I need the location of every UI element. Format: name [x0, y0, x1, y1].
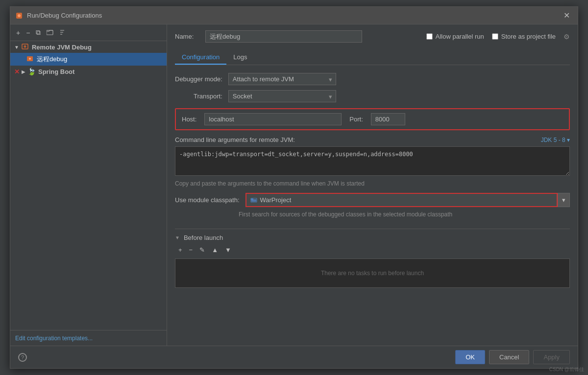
svg-rect-2 — [47, 30, 53, 35]
spring-boot-error-icon: ✕ — [14, 68, 20, 75]
debugger-mode-select[interactable]: Attach to remote JVM — [228, 73, 336, 85]
run-debug-dialog: Run/Debug Configurations ✕ + − ⧉ ▼ — [10, 6, 578, 369]
checkbox-group: Allow parallel run Store as project file… — [368, 33, 570, 41]
allow-parallel-checkbox-label[interactable]: Allow parallel run — [426, 33, 484, 40]
collapse-arrow[interactable]: ▼ — [175, 235, 180, 240]
name-input[interactable] — [205, 30, 362, 43]
remote-jvm-label: Remote JVM Debug — [32, 44, 92, 51]
folder-config-button[interactable] — [45, 28, 55, 38]
help-button[interactable]: ? — [18, 353, 27, 362]
apply-button[interactable]: Apply — [533, 350, 570, 364]
gear-icon[interactable]: ⚙ — [564, 33, 570, 41]
spring-boot-icon: 🍃 — [27, 68, 35, 75]
bl-up-button[interactable]: ▲ — [209, 245, 220, 255]
watermark: CSDN @前锋佳 — [549, 366, 584, 373]
config-grid: Debugger mode: Attach to remote JVM Tran… — [175, 73, 570, 102]
transport-wrapper: Socket — [228, 90, 336, 102]
cmd-header: Command line arguments for remote JVM: J… — [175, 136, 570, 143]
remove-config-button[interactable]: − — [24, 28, 32, 38]
cmd-textarea[interactable]: -agentlib:jdwp=transport=dt_socket,serve… — [175, 146, 570, 176]
svg-point-1 — [18, 14, 21, 17]
classpath-row: Use module classpath: WarProject ▾ — [175, 193, 570, 207]
transport-select[interactable]: Socket — [228, 90, 336, 102]
sidebar-group-spring-boot[interactable]: ✕ ▶ 🍃 Spring Boot — [10, 66, 167, 77]
dialog-title: Run/Debug Configurations — [27, 12, 561, 19]
sidebar-item-yuancheng-debug[interactable]: 远程debug — [10, 53, 167, 66]
name-label: Name: — [175, 33, 199, 40]
allow-parallel-label: Allow parallel run — [436, 33, 484, 40]
cmd-section: Command line arguments for remote JVM: J… — [175, 136, 570, 187]
classpath-hint: First search for sources of the debugged… — [239, 210, 570, 219]
sidebar-toolbar: + − ⧉ — [10, 24, 167, 41]
tabs-row: Configuration Logs — [175, 50, 570, 65]
expand-arrow-remote-jvm: ▼ — [14, 45, 19, 50]
before-launch-empty-text: There are no tasks to run before launch — [321, 270, 424, 277]
classpath-value: WarProject — [260, 196, 292, 204]
before-launch-section: ▼ Before launch + − ✎ ▲ ▼ There are no t… — [175, 229, 570, 288]
transport-label: Transport: — [175, 93, 222, 100]
close-button[interactable]: ✕ — [561, 10, 573, 21]
store-project-checkbox-label[interactable]: Store as project file — [492, 33, 556, 40]
tab-configuration[interactable]: Configuration — [175, 50, 226, 65]
before-launch-toolbar: + − ✎ ▲ ▼ — [176, 245, 570, 255]
svg-point-7 — [24, 46, 26, 48]
cmd-label: Command line arguments for remote JVM: — [175, 136, 295, 143]
classpath-select-box[interactable]: WarProject — [245, 193, 558, 207]
dialog-footer: ? OK Cancel Apply — [10, 346, 578, 368]
before-launch-empty-area: There are no tasks to run before launch — [175, 258, 570, 288]
tab-logs[interactable]: Logs — [226, 50, 254, 65]
edit-templates-link[interactable]: Edit configuration templates... — [15, 335, 93, 342]
yuancheng-debug-label: 远程debug — [37, 55, 67, 64]
host-port-row: Host: Port: — [175, 108, 570, 130]
sidebar-footer: Edit configuration templates... — [10, 330, 167, 346]
classpath-label: Use module classpath: — [175, 196, 240, 204]
name-row: Name: Allow parallel run Store as projec… — [175, 30, 570, 43]
footer-left: ? — [18, 353, 27, 362]
war-project-icon — [250, 197, 257, 204]
store-project-checkbox[interactable] — [492, 33, 498, 40]
classpath-dropdown-button[interactable]: ▾ — [558, 193, 570, 207]
debugger-mode-wrapper: Attach to remote JVM — [228, 73, 336, 85]
dialog-body: + − ⧉ ▼ Remote JVM Deb — [10, 24, 578, 346]
before-launch-label: Before launch — [184, 234, 223, 241]
host-input[interactable] — [204, 113, 342, 125]
host-label: Host: — [182, 116, 196, 123]
allow-parallel-checkbox[interactable] — [426, 33, 433, 40]
spring-boot-label: Spring Boot — [38, 68, 74, 75]
ok-button[interactable]: OK — [455, 350, 485, 364]
classpath-select-container: WarProject ▾ — [245, 193, 570, 207]
sidebar-group-remote-jvm[interactable]: ▼ Remote JVM Debug — [10, 41, 167, 53]
main-panel: Name: Allow parallel run Store as projec… — [167, 24, 578, 346]
port-input[interactable] — [371, 113, 405, 125]
bl-down-button[interactable]: ▼ — [222, 245, 234, 255]
store-project-label: Store as project file — [501, 33, 556, 40]
before-launch-header: ▼ Before launch — [175, 234, 570, 241]
bl-remove-button[interactable]: − — [187, 245, 196, 255]
sidebar: + − ⧉ ▼ Remote JVM Deb — [10, 24, 167, 346]
bl-edit-button[interactable]: ✎ — [197, 245, 207, 255]
bl-add-button[interactable]: + — [176, 245, 185, 255]
expand-arrow-spring-boot: ▶ — [22, 69, 25, 74]
jdk-link[interactable]: JDK 5 - 8 ▾ — [541, 137, 570, 143]
remote-jvm-icon — [21, 43, 29, 51]
port-label: Port: — [349, 116, 363, 123]
footer-right: OK Cancel Apply — [455, 350, 570, 364]
title-bar: Run/Debug Configurations ✕ — [10, 7, 578, 24]
sort-config-button[interactable] — [57, 28, 67, 38]
cancel-button[interactable]: Cancel — [489, 350, 529, 364]
copy-config-button[interactable]: ⧉ — [34, 27, 43, 38]
dialog-icon — [15, 12, 23, 20]
debugger-mode-label: Debugger mode: — [175, 75, 222, 83]
svg-rect-12 — [251, 199, 256, 202]
svg-point-9 — [29, 58, 31, 60]
add-config-button[interactable]: + — [14, 28, 22, 38]
debug-child-icon — [26, 55, 34, 63]
cmd-hint: Copy and paste the arguments to the comm… — [175, 180, 570, 187]
